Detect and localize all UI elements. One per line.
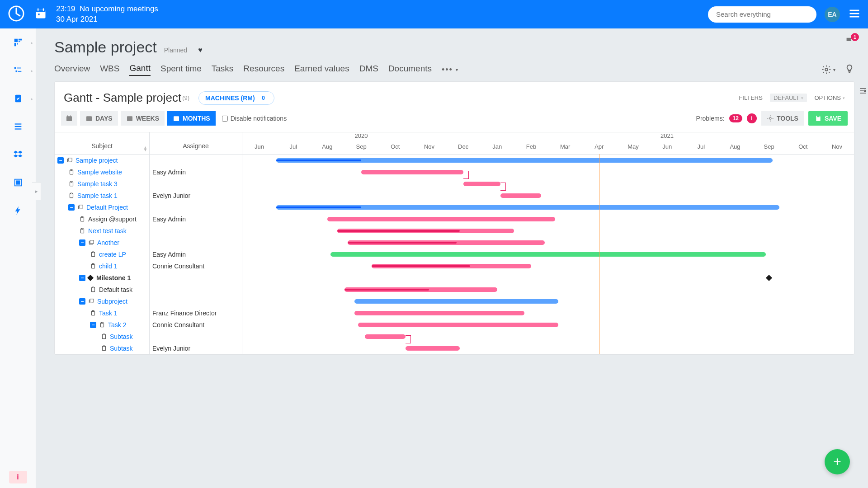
search-input[interactable] xyxy=(708,6,816,23)
datetime-block: 23:19 No upcoming meetings 30 Apr 2021 xyxy=(56,4,158,24)
svg-rect-5 xyxy=(38,14,40,15)
calendar-icon[interactable] xyxy=(34,7,47,22)
hamburger-menu-icon[interactable] xyxy=(848,7,861,22)
topbar-right: EA xyxy=(708,6,861,23)
topbar-left: 23:19 No upcoming meetings 30 Apr 2021 xyxy=(7,4,158,24)
svg-rect-2 xyxy=(36,9,46,12)
app-logo-icon[interactable] xyxy=(7,5,25,24)
svg-rect-4 xyxy=(43,8,44,11)
meetings-text: No upcoming meetings xyxy=(80,5,158,13)
time-text: 23:19 xyxy=(56,5,75,13)
topbar: 23:19 No upcoming meetings 30 Apr 2021 E… xyxy=(0,0,868,28)
svg-rect-3 xyxy=(38,8,38,11)
date-text: 30 Apr 2021 xyxy=(56,14,158,24)
avatar[interactable]: EA xyxy=(825,7,840,22)
